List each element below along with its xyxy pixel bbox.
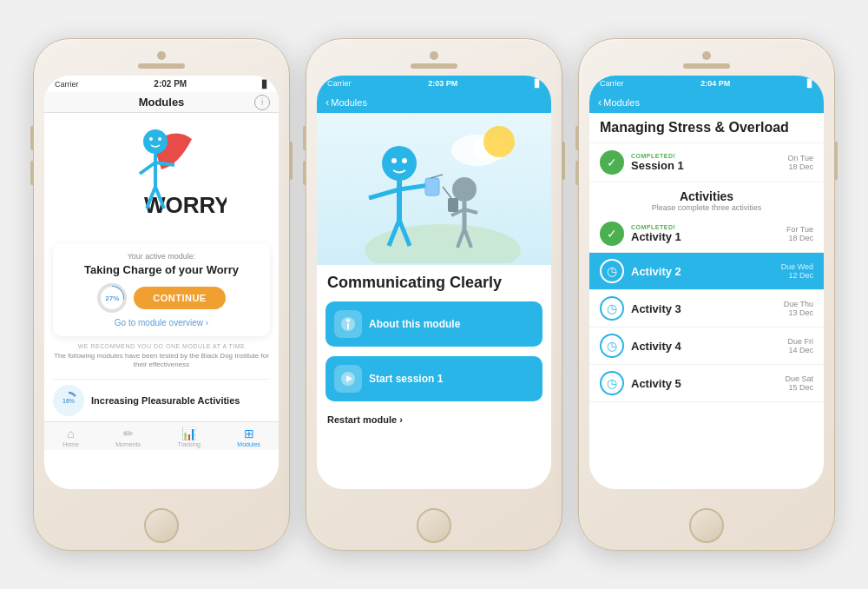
back-chevron-icon: ‹ [598, 96, 602, 109]
phone3-title: Managing Stress & Overload [600, 120, 813, 136]
module-overview-link[interactable]: Go to module overview › [62, 318, 261, 328]
start-session-icon [334, 365, 362, 393]
hero-image: WORRY [44, 113, 279, 243]
tab-home-label: Home [62, 441, 79, 447]
svg-text:16%: 16% [62, 398, 76, 404]
module-icon: 16% [53, 385, 84, 416]
activity3-clock-icon: ◷ [600, 296, 624, 321]
start-session-button[interactable]: Start session 1 [326, 356, 542, 401]
volume-down-button [575, 161, 578, 185]
progress-circle: 27% [97, 283, 127, 313]
activity-item-3[interactable]: ◷ Activity 3 Due Thu 13 Dec [589, 290, 824, 328]
svg-line-32 [443, 187, 451, 198]
battery-icon: ▊ [262, 80, 268, 89]
power-button [562, 142, 565, 180]
info-button[interactable]: i [254, 95, 270, 110]
activities-section: Activities Please complete three activit… [589, 182, 824, 489]
activity5-date-label: Due Sat [785, 374, 813, 383]
tab-moments-label: Moments [115, 441, 141, 447]
tab-modules-label: Modules [237, 441, 260, 447]
tab-modules[interactable]: ⊞ Modules [237, 427, 260, 447]
clock: 2:03 PM [428, 79, 457, 88]
phone3: Carrier 2:04 PM ▊ ‹ Modules Managing Str… [578, 38, 835, 551]
home-button[interactable] [144, 508, 179, 543]
scene: Carrier 2:02 PM ▊ Modules i WORRY [16, 21, 852, 568]
carrier-text: Carrier [327, 79, 352, 88]
session-date-value: 18 Dec [787, 162, 813, 171]
volume-up-button [30, 126, 33, 150]
activity-item-4[interactable]: ◷ Activity 4 Due Fri 14 Dec [589, 328, 824, 365]
activity5-info: Activity 5 [631, 377, 778, 390]
back-label: Modules [603, 97, 640, 108]
svg-point-13 [483, 126, 515, 157]
activities-header: Activities Please complete three activit… [589, 182, 824, 215]
activity1-date-label: For Tue [786, 225, 813, 234]
status-bar: Carrier 2:03 PM ▊ [317, 76, 551, 91]
back-button[interactable]: ‹ Modules [598, 96, 640, 109]
session-item[interactable]: ✓ COMPLETED! Session 1 On Tue 18 Dec [589, 143, 824, 182]
active-module-card: Your active module: Taking Charge of you… [53, 243, 270, 336]
modules-icon: ⊞ [244, 427, 254, 440]
activity-item-1[interactable]: ✓ COMPLETED! Activity 1 For Tue 18 Dec [589, 215, 824, 253]
activity2-info: Activity 2 [631, 265, 774, 278]
continue-button[interactable]: CONTINUE [134, 287, 225, 309]
volume-down-button [303, 161, 306, 185]
phone1-nav-title: Modules [139, 96, 185, 109]
tab-tracking[interactable]: 📊 Tracking [177, 427, 201, 447]
tab-tracking-label: Tracking [177, 441, 201, 447]
phone3-screen: Carrier 2:04 PM ▊ ‹ Modules Managing Str… [589, 76, 824, 489]
svg-point-22 [402, 158, 407, 163]
tab-moments[interactable]: ✏ Moments [115, 427, 141, 447]
module-list-item[interactable]: 16% Increasing Pleasurable Activities [53, 379, 270, 421]
volume-up-button [575, 126, 578, 150]
svg-point-21 [391, 158, 397, 163]
status-bar: Carrier 2:02 PM ▊ [44, 76, 279, 92]
home-icon: ⌂ [67, 427, 74, 440]
home-button[interactable] [689, 508, 724, 543]
about-module-label: About this module [369, 318, 460, 330]
back-label: Modules [331, 97, 367, 108]
activity1-date: For Tue 18 Dec [786, 225, 813, 242]
activity-item-2[interactable]: ◷ Activity 2 Due Wed 12 Dec [589, 253, 824, 290]
activity4-clock-icon: ◷ [600, 334, 624, 358]
recommend-section: WE RECOMMEND YOU DO ONE MODULE AT A TIME… [53, 343, 270, 375]
volume-up-button [303, 126, 306, 150]
activity4-info: Activity 4 [631, 340, 780, 353]
power-button [290, 142, 293, 180]
session-info: COMPLETED! Session 1 [631, 153, 780, 172]
battery-icon: ▊ [535, 79, 541, 88]
svg-rect-35 [347, 323, 349, 329]
activity1-info: COMPLETED! Activity 1 [631, 224, 779, 243]
activity3-info: Activity 3 [631, 302, 777, 315]
activity-item-5[interactable]: ◷ Activity 5 Due Sat 15 Dec [589, 365, 824, 402]
back-button[interactable]: ‹ Modules [326, 96, 367, 109]
about-module-icon [334, 310, 362, 338]
carrier-text: Carrier [600, 79, 624, 88]
restart-link[interactable]: Restart module › [317, 406, 551, 433]
activity2-date: Due Wed 12 Dec [781, 262, 813, 280]
activity5-clock-icon: ◷ [600, 371, 624, 395]
activity3-date: Due Thu 13 Dec [784, 300, 813, 317]
about-module-button[interactable]: About this module [326, 301, 542, 347]
status-bar: Carrier 2:04 PM ▊ [589, 76, 824, 91]
phone2-hero [317, 113, 551, 265]
svg-point-7 [149, 137, 153, 141]
phone2-navbar: ‹ Modules [317, 91, 551, 113]
home-button[interactable] [417, 508, 451, 543]
svg-line-3 [140, 162, 155, 174]
session-completed-badge: COMPLETED! [631, 153, 780, 159]
activities-title: Activities [600, 189, 813, 203]
svg-point-1 [143, 129, 168, 154]
back-chevron-icon: ‹ [326, 96, 329, 109]
session-date-label: On Tue [787, 154, 813, 162]
activity5-date: Due Sat 15 Dec [785, 374, 813, 392]
activity2-name: Activity 2 [631, 265, 774, 278]
tab-home[interactable]: ⌂ Home [62, 427, 79, 447]
activity3-date-value: 13 Dec [784, 308, 813, 317]
recommend-label: WE RECOMMEND YOU DO ONE MODULE AT A TIME [53, 343, 270, 349]
carrier-text: Carrier [55, 80, 79, 89]
phone3-navbar: ‹ Modules [589, 91, 824, 113]
activity1-completed-badge: COMPLETED! [631, 224, 779, 230]
activity1-date-value: 18 Dec [786, 234, 813, 242]
moments-icon: ✏ [123, 427, 134, 440]
